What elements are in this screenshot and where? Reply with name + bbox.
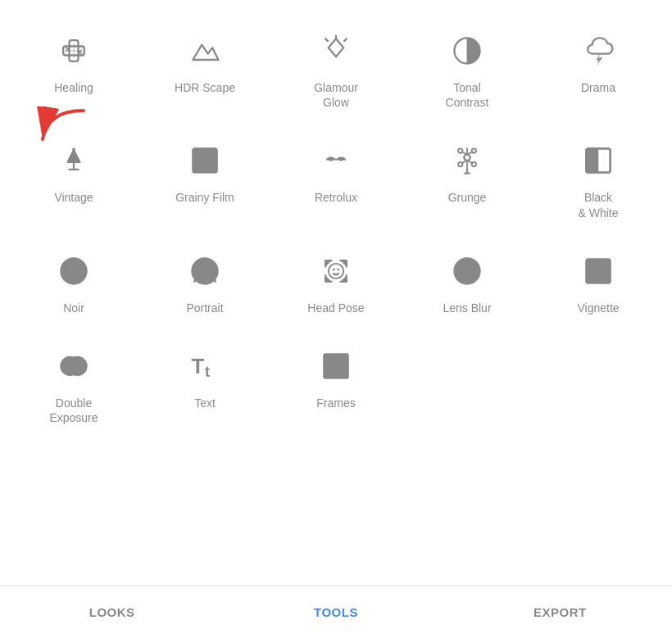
tool-drama[interactable]: Drama — [533, 16, 664, 118]
export-label: EXPORT — [534, 605, 587, 619]
tool-black-white[interactable]: Black & White — [533, 126, 664, 228]
tool-tonal-contrast[interactable]: Tonal Contrast — [402, 16, 533, 118]
svg-point-26 — [210, 160, 213, 163]
healing-label: Healing — [54, 80, 93, 95]
tool-head-pose[interactable]: Head Pose — [270, 237, 402, 324]
bw-label: Black & White — [578, 190, 618, 219]
tools-grid: Healing HDR Scape Glamour Glow — [0, 0, 672, 433]
svg-point-74 — [69, 357, 87, 375]
svg-point-63 — [465, 262, 468, 265]
svg-rect-78 — [328, 358, 344, 374]
svg-point-23 — [210, 153, 213, 156]
svg-point-69 — [461, 275, 463, 278]
svg-point-38 — [472, 149, 477, 154]
tools-label: TOOLS — [314, 605, 358, 619]
svg-point-39 — [458, 162, 463, 167]
retrolux-icon — [313, 138, 359, 183]
svg-point-37 — [458, 149, 463, 154]
looks-label: LOOKS — [89, 605, 135, 619]
hdr-label: HDR Scape — [175, 80, 235, 95]
svg-point-24 — [198, 160, 201, 163]
doubleexp-icon — [51, 343, 97, 389]
vignette-label: Vignette — [577, 301, 619, 315]
svg-point-59 — [333, 269, 335, 271]
svg-point-21 — [198, 153, 201, 156]
noir-icon — [51, 248, 97, 294]
svg-marker-9 — [329, 38, 343, 57]
hdr-icon — [182, 28, 228, 74]
svg-point-66 — [474, 269, 476, 272]
svg-point-70 — [471, 275, 474, 278]
svg-marker-8 — [193, 45, 218, 60]
svg-line-12 — [325, 38, 328, 41]
vintage-label: Vintage — [54, 190, 93, 205]
frames-label: Frames — [316, 396, 355, 410]
svg-point-62 — [465, 269, 470, 274]
noir-label: Noir — [63, 301, 84, 315]
svg-marker-15 — [596, 54, 602, 66]
svg-point-29 — [210, 165, 213, 169]
headpose-label: Head Pose — [307, 301, 364, 315]
svg-point-47 — [69, 265, 79, 276]
grainy-label: Grainy Film — [175, 190, 234, 205]
portrait-label: Portrait — [186, 301, 223, 315]
healing-icon — [51, 28, 97, 74]
tool-retrolux[interactable]: Retrolux — [270, 126, 402, 228]
svg-point-51 — [82, 269, 86, 273]
text-icon: T t — [182, 343, 228, 389]
bw-icon — [575, 138, 621, 183]
text-label: Text — [194, 396, 216, 410]
tool-frames[interactable]: Frames — [270, 332, 402, 433]
vignette-icon — [575, 248, 621, 294]
nav-looks[interactable]: LOOKS — [0, 586, 224, 638]
tool-vignette[interactable]: Vignette — [533, 237, 664, 324]
svg-point-25 — [203, 160, 207, 163]
svg-point-50 — [62, 269, 66, 273]
tonal-icon — [444, 28, 490, 74]
tool-grunge[interactable]: Grunge — [402, 126, 533, 228]
bottom-nav: LOOKS TOOLS EXPORT — [0, 586, 672, 638]
portrait-icon — [182, 248, 228, 294]
glamour-icon — [313, 28, 359, 74]
tool-double-exposure[interactable]: Double Exposure — [8, 332, 139, 433]
svg-point-40 — [472, 162, 477, 167]
svg-point-60 — [337, 269, 339, 271]
doubleexp-label: Double Exposure — [49, 396, 98, 425]
headpose-icon — [313, 248, 359, 294]
tool-hdr-scape[interactable]: HDR Scape — [139, 16, 270, 118]
nav-tools[interactable]: TOOLS — [224, 586, 447, 638]
svg-point-28 — [203, 165, 207, 169]
tool-text[interactable]: T t Text — [139, 332, 270, 433]
drama-icon — [575, 28, 621, 74]
svg-point-30 — [464, 155, 470, 161]
arrow-indicator — [34, 106, 92, 156]
tool-noir[interactable]: Noir — [8, 237, 139, 324]
svg-point-48 — [72, 260, 76, 264]
svg-point-52 — [65, 262, 69, 266]
tool-grainy-film[interactable]: Grainy Film — [139, 126, 270, 228]
svg-text:T: T — [192, 355, 205, 378]
tool-portrait[interactable]: Portrait — [139, 237, 270, 324]
tonal-label: Tonal Contrast — [446, 80, 489, 110]
tool-lens-blur[interactable]: Lens Blur — [402, 237, 533, 324]
grunge-icon — [444, 138, 490, 183]
svg-point-54 — [79, 262, 83, 266]
svg-point-55 — [65, 276, 69, 280]
svg-point-53 — [79, 276, 83, 280]
svg-point-27 — [198, 165, 201, 169]
retrolux-label: Retrolux — [315, 190, 357, 205]
grainy-icon — [182, 138, 228, 183]
lensblur-label: Lens Blur — [443, 301, 491, 315]
svg-point-65 — [458, 269, 461, 272]
svg-line-11 — [344, 38, 347, 41]
svg-text:t: t — [205, 363, 210, 380]
svg-rect-71 — [586, 259, 610, 283]
frames-icon — [313, 343, 359, 389]
drama-label: Drama — [581, 80, 615, 95]
tool-healing[interactable]: Healing — [8, 16, 139, 118]
nav-export[interactable]: EXPORT — [448, 586, 672, 638]
svg-point-64 — [465, 277, 468, 279]
svg-point-58 — [329, 264, 343, 278]
tool-glamour-glow[interactable]: Glamour Glow — [270, 16, 402, 118]
svg-point-22 — [203, 153, 207, 156]
